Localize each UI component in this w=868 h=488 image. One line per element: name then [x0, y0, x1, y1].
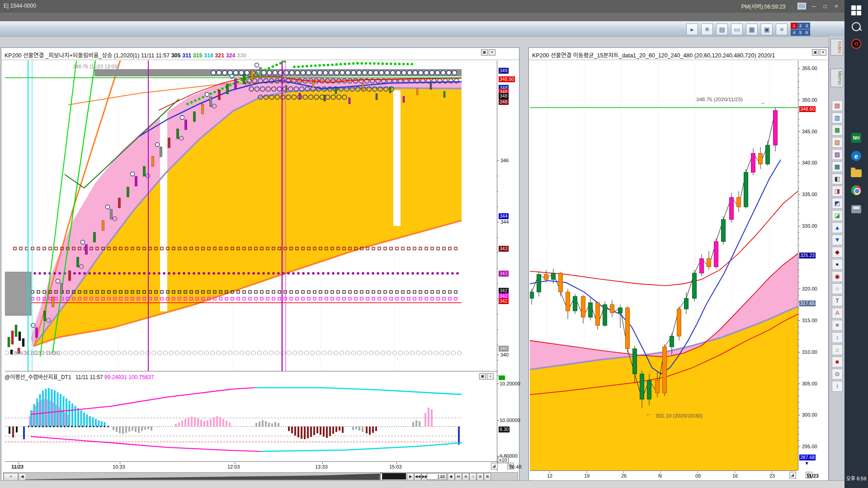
side-tool-icon-2[interactable]: ▦ — [832, 125, 843, 136]
folder-icon[interactable] — [849, 166, 863, 180]
draw-tool-icon[interactable] — [789, 472, 796, 479]
pager-screen-6[interactable]: 6 — [803, 29, 810, 36]
side-tool-icon-18[interactable]: ≡ — [832, 320, 843, 331]
pager-screen-3[interactable]: 3 — [803, 23, 810, 29]
axis-label — [798, 295, 799, 296]
side-tab-index[interactable]: Index — [830, 39, 843, 56]
nav-button-3[interactable]: ⊖ — [469, 473, 476, 481]
scroll-left-button[interactable]: ◀ — [19, 473, 26, 481]
edge-icon[interactable]: e — [849, 149, 863, 163]
side-tool-icon-20[interactable]: ⌂ — [832, 344, 843, 355]
side-tool-icon-8[interactable]: ◩ — [832, 198, 843, 209]
panel-grid-button[interactable]: ▣ — [481, 49, 488, 56]
price-tick: 315.00 — [802, 318, 817, 323]
side-tab-memo[interactable]: Memo — [830, 69, 843, 87]
bars-count-input[interactable] — [427, 473, 447, 480]
side-tool-icon-1[interactable]: ▥ — [832, 113, 843, 123]
side-tool-icon-3[interactable]: ▧ — [832, 137, 843, 148]
home-icon[interactable]: ⌂ — [790, 3, 793, 10]
side-tool-icon-17[interactable]: A — [832, 308, 843, 319]
scroll-right-button[interactable]: ▶ — [407, 473, 414, 481]
gear-icon[interactable]: ✳ — [701, 23, 713, 35]
side-tool-icon-9[interactable]: ◪ — [832, 210, 843, 221]
side-tool-icon-19[interactable]: ↕ — [832, 332, 843, 343]
right-panel-title: KP200 선물연결 이동평균_15분챠트_data1_20_60_120_24… — [529, 48, 828, 60]
scroll-handle[interactable]: ≡ — [4, 473, 18, 481]
side-tool-icon-4[interactable]: ▨ — [832, 149, 843, 160]
close-button[interactable]: × — [833, 3, 840, 9]
right-x-axis: 121926N091623 — [530, 471, 798, 480]
screen-pager[interactable]: 123456 — [791, 23, 809, 36]
nh-bank-icon[interactable]: NH — [849, 131, 863, 145]
price-marker: 317.65 — [799, 300, 816, 306]
side-tool-icon-7[interactable]: ◨ — [832, 186, 843, 197]
fib-level-label: 318 — [202, 52, 213, 59]
axis-label — [497, 456, 499, 456]
range-selected[interactable] — [382, 473, 406, 479]
layout-grid-icon[interactable]: ▦ — [746, 23, 758, 35]
windows-start-button[interactable] — [849, 4, 863, 17]
opera-icon[interactable]: O — [849, 37, 863, 51]
side-tool-icon-13[interactable]: ● — [832, 259, 843, 270]
side-tool-icon-22[interactable]: ⊙ — [832, 369, 843, 380]
side-tool-icon-6[interactable]: ◧ — [832, 174, 843, 184]
nav-button-4[interactable]: ⊞ — [476, 473, 484, 481]
side-tool-icon-11[interactable]: ▼ — [832, 235, 843, 245]
fibonacci-chart-canvas[interactable]: 348.75 (11/23 13:03)345.15 (11/20 15:36) — [5, 61, 498, 371]
sub-panel-button[interactable]: ▣ — [479, 373, 486, 380]
axis-label — [798, 434, 799, 434]
range-navigator[interactable] — [25, 473, 380, 480]
axis-label — [235, 462, 235, 464]
side-tool-icon-10[interactable]: ▲ — [832, 222, 843, 233]
pager-screen-1[interactable]: 1 — [791, 23, 797, 29]
side-tool-icon-23[interactable]: i — [832, 381, 843, 392]
axis-label — [660, 471, 661, 473]
axis-label — [798, 201, 799, 201]
nav-button-0[interactable]: ◆ — [448, 473, 455, 481]
axis-label — [497, 329, 498, 330]
save-drive-icon[interactable] — [849, 202, 863, 216]
axis-label — [798, 358, 799, 359]
right-price-axis[interactable]: 355.00350.00345.00340.00335.00330.00320.… — [798, 48, 828, 480]
nav-button-2[interactable]: ⊕ — [462, 473, 469, 481]
pager-screen-5[interactable]: 5 — [797, 29, 804, 36]
left-price-axis[interactable]: 346344340349348.503483483483483443433433… — [497, 48, 519, 471]
date-tick: 12 — [547, 473, 552, 479]
nav-button-5[interactable]: ⊠ — [484, 473, 491, 481]
panel-dropdown-button[interactable]: ▾ — [489, 49, 495, 56]
sub-indicator-canvas[interactable] — [5, 383, 498, 461]
chrome-icon[interactable] — [849, 183, 863, 197]
side-tool-icon-16[interactable]: T — [832, 296, 843, 306]
side-tool-icon-14[interactable]: ◉ — [832, 271, 843, 282]
axis-green-marker — [499, 375, 505, 380]
page-left-button[interactable]: ◀◀ — [414, 473, 421, 481]
ma-chart-canvas[interactable]: 348.75 (2020/11/23)→301.10 (2020/10/30)← — [530, 61, 798, 470]
clipboard-user-icon[interactable]: ▤ — [716, 23, 728, 35]
printer-icon[interactable]: ≡ — [776, 23, 788, 35]
nav-button-1[interactable]: ⋈ — [455, 473, 462, 481]
monitor-icon[interactable] — [797, 3, 806, 9]
axis-label — [497, 268, 498, 268]
camera-icon[interactable]: ▣ — [761, 23, 773, 35]
axis-label — [798, 156, 799, 157]
side-tool-icon-12[interactable]: ◆ — [832, 247, 843, 258]
axis-label — [497, 355, 499, 355]
side-tool-icon-15[interactable]: ○ — [832, 283, 843, 294]
taskbar-clock: 오후 6:59 — [844, 474, 868, 482]
side-tool-icon-0[interactable]: ▤ — [832, 100, 843, 111]
monitor-icon[interactable]: ▭ — [731, 23, 743, 35]
axis-label — [497, 360, 498, 361]
minimize-button[interactable]: ─ — [810, 3, 817, 9]
axis-label — [497, 283, 498, 284]
expand-arrow-icon[interactable]: ▸ — [686, 23, 698, 35]
price-marker: 349 — [499, 68, 509, 74]
pager-screen-2[interactable]: 2 — [797, 23, 804, 29]
pager-screen-4[interactable]: 4 — [791, 29, 797, 36]
chart-scrollbar[interactable]: ≡ ◀ ▶ ◀◀ ▶▶ ◆⋈⊕⊖⊞⊠ — [3, 472, 518, 481]
sub-close-button[interactable]: × — [487, 373, 494, 380]
side-tool-icon-21[interactable]: ■ — [832, 357, 843, 367]
maximize-button[interactable]: □ — [821, 3, 829, 9]
svg-text:→: → — [760, 99, 765, 106]
search-icon[interactable] — [849, 20, 863, 33]
side-tool-icon-5[interactable]: ▩ — [832, 161, 843, 172]
